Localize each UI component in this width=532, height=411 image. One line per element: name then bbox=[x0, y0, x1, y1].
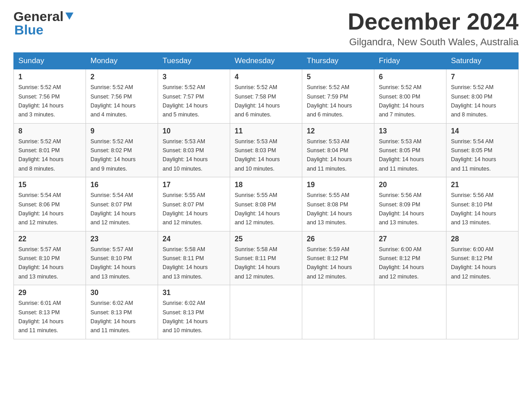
day-number: 31 bbox=[163, 289, 225, 297]
day-info: Sunrise: 5:56 AMSunset: 8:10 PMDaylight:… bbox=[451, 192, 496, 226]
calendar-cell: 8 Sunrise: 5:52 AMSunset: 8:01 PMDayligh… bbox=[14, 123, 86, 177]
calendar-cell: 10 Sunrise: 5:53 AMSunset: 8:03 PMDaylig… bbox=[158, 123, 230, 177]
calendar-cell: 12 Sunrise: 5:53 AMSunset: 8:04 PMDaylig… bbox=[302, 123, 374, 177]
calendar-table: SundayMondayTuesdayWednesdayThursdayFrid… bbox=[13, 52, 519, 339]
day-info: Sunrise: 5:54 AMSunset: 8:07 PMDaylight:… bbox=[90, 192, 136, 226]
calendar-cell: 28 Sunrise: 6:00 AMSunset: 8:12 PMDaylig… bbox=[446, 231, 519, 285]
day-info: Sunrise: 5:52 AMSunset: 8:02 PMDaylight:… bbox=[90, 138, 136, 172]
calendar-cell: 15 Sunrise: 5:54 AMSunset: 8:06 PMDaylig… bbox=[14, 177, 86, 231]
day-info: Sunrise: 5:53 AMSunset: 8:03 PMDaylight:… bbox=[235, 138, 280, 172]
col-header-wednesday: Wednesday bbox=[230, 53, 302, 69]
day-info: Sunrise: 5:58 AMSunset: 8:11 PMDaylight:… bbox=[235, 246, 280, 280]
calendar-cell: 13 Sunrise: 5:53 AMSunset: 8:05 PMDaylig… bbox=[374, 123, 446, 177]
day-info: Sunrise: 5:52 AMSunset: 8:00 PMDaylight:… bbox=[379, 84, 424, 118]
calendar-cell: 19 Sunrise: 5:55 AMSunset: 8:08 PMDaylig… bbox=[302, 177, 374, 231]
month-title: December 2024 bbox=[348, 9, 519, 34]
calendar-cell bbox=[446, 285, 519, 339]
day-info: Sunrise: 5:55 AMSunset: 8:08 PMDaylight:… bbox=[307, 192, 352, 226]
day-number: 20 bbox=[379, 181, 442, 189]
calendar-week-row: 8 Sunrise: 5:52 AMSunset: 8:01 PMDayligh… bbox=[14, 123, 519, 177]
title-area: December 2024 Gilgandra, New South Wales… bbox=[348, 9, 519, 48]
day-info: Sunrise: 5:55 AMSunset: 8:08 PMDaylight:… bbox=[235, 192, 280, 226]
day-number: 27 bbox=[379, 235, 442, 243]
calendar-cell: 3 Sunrise: 5:52 AMSunset: 7:57 PMDayligh… bbox=[158, 69, 230, 124]
day-info: Sunrise: 6:02 AMSunset: 8:13 PMDaylight:… bbox=[163, 300, 208, 334]
day-info: Sunrise: 5:57 AMSunset: 8:10 PMDaylight:… bbox=[18, 246, 64, 280]
day-number: 7 bbox=[451, 73, 514, 81]
day-number: 4 bbox=[235, 73, 297, 81]
day-info: Sunrise: 5:55 AMSunset: 8:07 PMDaylight:… bbox=[163, 192, 208, 226]
calendar-cell: 27 Sunrise: 6:00 AMSunset: 8:12 PMDaylig… bbox=[374, 231, 446, 285]
day-number: 25 bbox=[235, 235, 297, 243]
calendar-cell: 25 Sunrise: 5:58 AMSunset: 8:11 PMDaylig… bbox=[230, 231, 302, 285]
col-header-friday: Friday bbox=[374, 53, 446, 69]
logo-area: General Blue bbox=[13, 9, 75, 38]
calendar-cell: 31 Sunrise: 6:02 AMSunset: 8:13 PMDaylig… bbox=[158, 285, 230, 339]
day-info: Sunrise: 5:53 AMSunset: 8:03 PMDaylight:… bbox=[163, 138, 208, 172]
day-number: 8 bbox=[18, 127, 81, 135]
day-number: 2 bbox=[90, 73, 153, 81]
calendar-cell: 26 Sunrise: 5:59 AMSunset: 8:12 PMDaylig… bbox=[302, 231, 374, 285]
day-info: Sunrise: 5:52 AMSunset: 7:58 PMDaylight:… bbox=[235, 84, 280, 118]
svg-marker-0 bbox=[65, 13, 73, 20]
calendar-cell: 9 Sunrise: 5:52 AMSunset: 8:02 PMDayligh… bbox=[86, 123, 158, 177]
calendar-cell: 30 Sunrise: 6:02 AMSunset: 8:13 PMDaylig… bbox=[86, 285, 158, 339]
day-number: 1 bbox=[18, 73, 81, 81]
calendar-cell bbox=[302, 285, 374, 339]
day-number: 23 bbox=[90, 235, 153, 243]
col-header-thursday: Thursday bbox=[302, 53, 374, 69]
day-number: 17 bbox=[163, 181, 225, 189]
calendar-week-row: 22 Sunrise: 5:57 AMSunset: 8:10 PMDaylig… bbox=[14, 231, 519, 285]
day-number: 5 bbox=[307, 73, 369, 81]
calendar-cell: 17 Sunrise: 5:55 AMSunset: 8:07 PMDaylig… bbox=[158, 177, 230, 231]
calendar-cell: 11 Sunrise: 5:53 AMSunset: 8:03 PMDaylig… bbox=[230, 123, 302, 177]
day-info: Sunrise: 5:52 AMSunset: 7:56 PMDaylight:… bbox=[18, 84, 64, 118]
calendar-cell: 29 Sunrise: 6:01 AMSunset: 8:13 PMDaylig… bbox=[14, 285, 86, 339]
calendar-cell: 21 Sunrise: 5:56 AMSunset: 8:10 PMDaylig… bbox=[446, 177, 519, 231]
calendar-week-row: 29 Sunrise: 6:01 AMSunset: 8:13 PMDaylig… bbox=[14, 285, 519, 339]
day-number: 3 bbox=[163, 73, 225, 81]
calendar-cell: 7 Sunrise: 5:52 AMSunset: 8:00 PMDayligh… bbox=[446, 69, 519, 124]
day-number: 9 bbox=[90, 127, 153, 135]
calendar-cell: 1 Sunrise: 5:52 AMSunset: 7:56 PMDayligh… bbox=[14, 69, 86, 124]
calendar-header-row: SundayMondayTuesdayWednesdayThursdayFrid… bbox=[14, 53, 519, 69]
col-header-monday: Monday bbox=[86, 53, 158, 69]
day-info: Sunrise: 5:52 AMSunset: 8:01 PMDaylight:… bbox=[18, 138, 64, 172]
col-header-saturday: Saturday bbox=[446, 53, 519, 69]
day-number: 19 bbox=[307, 181, 369, 189]
day-number: 14 bbox=[451, 127, 514, 135]
logo-blue-text: Blue bbox=[14, 22, 43, 38]
day-info: Sunrise: 5:52 AMSunset: 7:56 PMDaylight:… bbox=[90, 84, 136, 118]
calendar-cell: 4 Sunrise: 5:52 AMSunset: 7:58 PMDayligh… bbox=[230, 69, 302, 124]
day-number: 24 bbox=[163, 235, 225, 243]
calendar-cell: 6 Sunrise: 5:52 AMSunset: 8:00 PMDayligh… bbox=[374, 69, 446, 124]
calendar-cell: 22 Sunrise: 5:57 AMSunset: 8:10 PMDaylig… bbox=[14, 231, 86, 285]
day-number: 26 bbox=[307, 235, 369, 243]
day-info: Sunrise: 6:00 AMSunset: 8:12 PMDaylight:… bbox=[451, 246, 496, 280]
day-number: 21 bbox=[451, 181, 514, 189]
calendar-cell: 16 Sunrise: 5:54 AMSunset: 8:07 PMDaylig… bbox=[86, 177, 158, 231]
calendar-week-row: 15 Sunrise: 5:54 AMSunset: 8:06 PMDaylig… bbox=[14, 177, 519, 231]
day-number: 13 bbox=[379, 127, 442, 135]
day-number: 16 bbox=[90, 181, 153, 189]
day-info: Sunrise: 6:01 AMSunset: 8:13 PMDaylight:… bbox=[18, 300, 64, 334]
calendar-cell: 5 Sunrise: 5:52 AMSunset: 7:59 PMDayligh… bbox=[302, 69, 374, 124]
col-header-sunday: Sunday bbox=[14, 53, 86, 69]
page-header: General Blue December 2024 Gilgandra, Ne… bbox=[13, 9, 519, 48]
day-number: 11 bbox=[235, 127, 297, 135]
day-info: Sunrise: 5:54 AMSunset: 8:05 PMDaylight:… bbox=[451, 138, 496, 172]
day-number: 6 bbox=[379, 73, 442, 81]
day-info: Sunrise: 5:58 AMSunset: 8:11 PMDaylight:… bbox=[163, 246, 208, 280]
day-number: 10 bbox=[163, 127, 225, 135]
location-subtitle: Gilgandra, New South Wales, Australia bbox=[348, 36, 519, 48]
day-info: Sunrise: 5:56 AMSunset: 8:09 PMDaylight:… bbox=[379, 192, 424, 226]
day-number: 12 bbox=[307, 127, 369, 135]
calendar-cell: 23 Sunrise: 5:57 AMSunset: 8:10 PMDaylig… bbox=[86, 231, 158, 285]
logo: General bbox=[13, 9, 75, 24]
day-info: Sunrise: 6:00 AMSunset: 8:12 PMDaylight:… bbox=[379, 246, 424, 280]
calendar-cell: 2 Sunrise: 5:52 AMSunset: 7:56 PMDayligh… bbox=[86, 69, 158, 124]
day-info: Sunrise: 5:54 AMSunset: 8:06 PMDaylight:… bbox=[18, 192, 64, 226]
calendar-cell bbox=[374, 285, 446, 339]
day-info: Sunrise: 6:02 AMSunset: 8:13 PMDaylight:… bbox=[90, 300, 136, 334]
logo-general-text: General bbox=[13, 9, 64, 24]
